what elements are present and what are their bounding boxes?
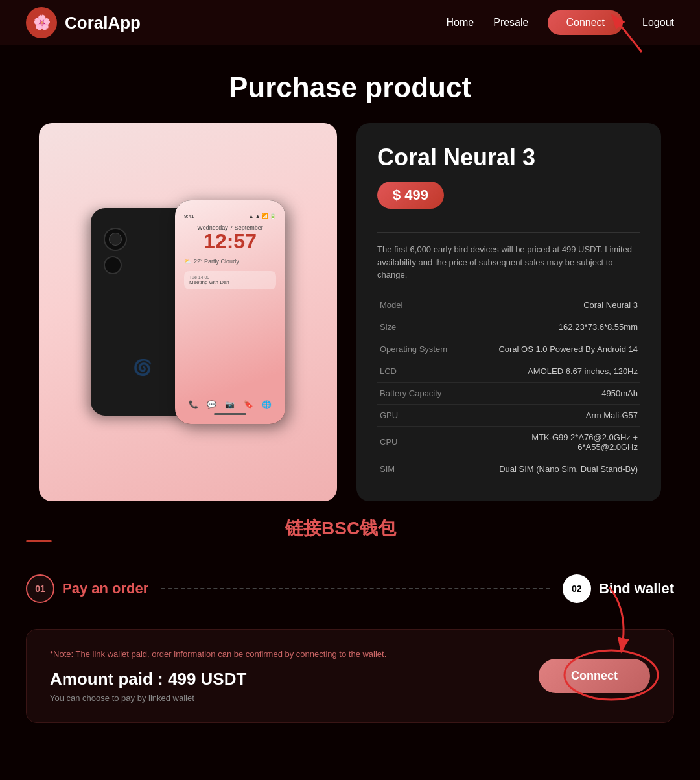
product-section: 🌀 9:41 ▲ ▲ 📶 🔋 Wednesday 7 September 12:… <box>13 123 687 527</box>
spec-label: GPU <box>377 404 482 426</box>
step-connector <box>161 588 550 589</box>
order-card: *Note: The link wallet paid, order infor… <box>26 629 674 723</box>
spec-value: Arm Mali-G57 <box>482 404 640 426</box>
phone-screen: 9:41 ▲ ▲ 📶 🔋 Wednesday 7 September 12:57… <box>175 200 285 424</box>
phone-front: 9:41 ▲ ▲ 📶 🔋 Wednesday 7 September 12:57… <box>175 200 285 424</box>
phone-image-card: 🌀 9:41 ▲ ▲ 📶 🔋 Wednesday 7 September 12:… <box>39 123 337 501</box>
steps-section: 01 Pay an order 02 Bind wallet <box>0 555 700 616</box>
spec-row: GPU Arm Mali-G57 <box>377 404 640 426</box>
spec-value: Coral Neural 3 <box>482 294 640 316</box>
spec-label: LCD <box>377 360 482 382</box>
specs-table: Model Coral Neural 3 Size 162.23*73.6*8.… <box>377 294 640 480</box>
app-name: CoralApp <box>65 13 141 33</box>
home-indicator <box>214 413 246 415</box>
spec-row: Model Coral Neural 3 <box>377 294 640 316</box>
camera-module <box>104 228 127 274</box>
nav-logout[interactable]: Logout <box>642 17 674 29</box>
logo-icon: 🌸 <box>26 7 57 38</box>
spec-value: Dual SIM (Nano Sim, Dual Stand-By) <box>482 458 640 480</box>
specs-card: Coral Neural 3 $ 499 The first 6,000 ear… <box>356 123 661 501</box>
order-info: *Note: The link wallet paid, order infor… <box>50 649 539 703</box>
step-2-number: 02 <box>563 574 591 603</box>
phone-weather: ⛅ 22° Partly Cloudy <box>184 258 276 265</box>
navbar: 🌸 CoralApp Home Presale Connect Logout <box>0 0 700 45</box>
spec-value: Coral OS 1.0 Powered By Android 14 <box>482 338 640 360</box>
red-accent-bar <box>26 540 52 542</box>
divider-line <box>52 541 674 541</box>
spec-row: SIM Dual SIM (Nano Sim, Dual Stand-By) <box>377 458 640 480</box>
spec-label: Model <box>377 294 482 316</box>
section-divider <box>0 527 700 555</box>
spec-label: CPU <box>377 426 482 458</box>
spec-value: 4950mAh <box>482 382 640 404</box>
spec-value: 162.23*73.6*8.55mm <box>482 316 640 338</box>
main-camera <box>104 228 127 251</box>
product-name: Coral Neural 3 <box>377 144 640 171</box>
spec-label: Operating System <box>377 338 482 360</box>
price-badge: $ 499 <box>377 182 444 209</box>
spec-label: SIM <box>377 458 482 480</box>
spec-value: AMOLED 6.67 inches, 120Hz <box>482 360 640 382</box>
logo-area: 🌸 CoralApp <box>26 7 447 38</box>
phone-time: 12:57 <box>184 231 276 252</box>
nav-presale[interactable]: Presale <box>493 17 528 29</box>
status-bar: 9:41 ▲ ▲ 📶 🔋 <box>184 213 276 219</box>
price-divider <box>377 232 640 233</box>
spec-row: LCD AMOLED 6.67 inches, 120Hz <box>377 360 640 382</box>
spec-row: CPU MTK-G99 2*A76@2.0GHz + 6*A55@2.0GHz <box>377 426 640 458</box>
secondary-camera <box>104 256 122 274</box>
steps-wrapper: 链接BSC钱包 01 Pay an order 02 Bind wallet <box>0 555 700 616</box>
spec-row: Battery Capacity 4950mAh <box>377 382 640 404</box>
nav-home[interactable]: Home <box>447 17 474 29</box>
step-2-label: Bind wallet <box>599 580 674 597</box>
page-title-section: Purchase product <box>0 45 700 123</box>
order-amount: Amount paid : 499 USDT <box>50 669 539 689</box>
connect-btn-wrapper: Connect <box>539 659 650 693</box>
order-connect-button[interactable]: Connect <box>539 659 650 693</box>
order-section: *Note: The link wallet paid, order infor… <box>0 616 700 762</box>
back-logo: 🌀 <box>133 359 152 377</box>
spec-label: Battery Capacity <box>377 382 482 404</box>
step-1-number: 01 <box>26 574 54 603</box>
phone-mockup: 🌀 9:41 ▲ ▲ 📶 🔋 Wednesday 7 September 12:… <box>91 200 285 424</box>
step-1: 01 Pay an order <box>26 574 148 603</box>
spec-label: Size <box>377 316 482 338</box>
page-title: Purchase product <box>0 71 700 104</box>
spec-value: MTK-G99 2*A76@2.0GHz + 6*A55@2.0GHz <box>482 426 640 458</box>
order-note: *Note: The link wallet paid, order infor… <box>50 649 539 659</box>
phone-app-icons: 📞💬📷🔖🌐 <box>184 400 276 409</box>
product-description: The first 6,000 early bird devices will … <box>377 243 640 281</box>
nav-links: Home Presale Connect Logout <box>447 10 674 35</box>
step-2: 02 Bind wallet <box>563 574 674 603</box>
spec-row: Size 162.23*73.6*8.55mm <box>377 316 640 338</box>
step-1-label: Pay an order <box>62 580 148 597</box>
order-sub-text: You can choose to pay by linked wallet <box>50 693 539 703</box>
nav-connect-button[interactable]: Connect <box>548 10 623 35</box>
spec-row: Operating System Coral OS 1.0 Powered By… <box>377 338 640 360</box>
